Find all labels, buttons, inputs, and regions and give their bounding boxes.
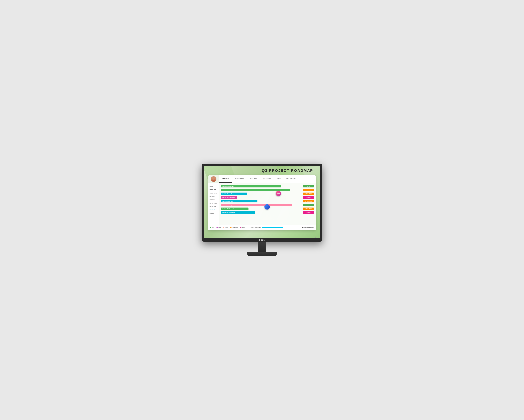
gantt-bar-area-0: Job 72368: Recruiter Sales bbox=[221, 185, 302, 187]
screen: Q3 PROJECT ROADMAP ROAD bbox=[204, 166, 320, 238]
status-badge-3: ON HOLD bbox=[303, 196, 314, 199]
avatar bbox=[211, 176, 217, 182]
support-dot bbox=[223, 227, 224, 228]
gantt-bar-0[interactable]: Job 72368: Recruiter Sales bbox=[221, 185, 281, 187]
sidebar-item-timesheet[interactable]: TIMESHEET bbox=[208, 208, 219, 211]
gantt-row-1: Job 7235: Centennial Contract IN PROGRES… bbox=[221, 189, 314, 192]
sidebar: HOME PROJECTS CALENDARS CLIENTS REPORTS … bbox=[208, 183, 219, 225]
budget-text: Budget: $105,256.69 bbox=[302, 227, 314, 228]
gantt-row-4: Job 25698: Client Intake IN PROGRESS bbox=[221, 200, 314, 203]
screen-dot-2 bbox=[317, 237, 317, 238]
bottom-bar: Inbox Travel Support Notifications bbox=[208, 225, 316, 230]
cost-estimate: Quarter Cost Estimate bbox=[250, 227, 283, 228]
check-bubble: Check bbox=[264, 204, 270, 210]
status-badge-7: ON HOLD bbox=[303, 211, 314, 214]
dell-logo: DELL bbox=[259, 239, 265, 241]
sidebar-item-projects[interactable]: PROJECTS bbox=[208, 188, 219, 192]
legend-support[interactable]: Support bbox=[223, 227, 228, 228]
monitor-wrapper: Q3 PROJECT ROADMAP ROAD bbox=[202, 164, 322, 256]
app-window: ROADMAP PERSONNEL RETAINER SCHEDULE COST… bbox=[208, 175, 316, 230]
legend-inbox[interactable]: Inbox bbox=[210, 227, 215, 228]
settings-dot bbox=[240, 227, 241, 228]
gantt-row-2: Job 33581: Portfolio Review IN PROGRESS bbox=[221, 192, 314, 195]
status-badge-0: DONE bbox=[303, 185, 314, 187]
gantt-bar-1[interactable]: Job 7235: Centennial Contract bbox=[221, 189, 290, 191]
gantt-row-0: Job 72368: Recruiter Sales DONE bbox=[221, 185, 314, 188]
tab-schedule[interactable]: SCHEDULE bbox=[260, 175, 274, 183]
tab-cost[interactable]: COST bbox=[274, 175, 284, 183]
gantt-bar-area-6: Job 88641: CEO Presentation bbox=[221, 208, 302, 210]
sidebar-item-calendars[interactable]: CALENDARS bbox=[208, 192, 219, 195]
cost-bar bbox=[262, 227, 283, 228]
travel-dot bbox=[217, 227, 218, 228]
tab-documents[interactable]: DOCUMENTS bbox=[284, 175, 299, 183]
sidebar-item-invoicing[interactable]: INVOICING bbox=[208, 205, 219, 208]
screen-dots bbox=[315, 237, 318, 238]
legend-notifications[interactable]: Notifications bbox=[230, 227, 238, 228]
sidebar-item-clients[interactable]: CLIENTS bbox=[208, 195, 219, 198]
monitor-outer: Q3 PROJECT ROADMAP ROAD bbox=[202, 164, 322, 242]
gantt-row-3: Job 33581: Website Redesign ON HOLD bbox=[221, 196, 314, 199]
app-body: HOME PROJECTS CALENDARS CLIENTS REPORTS … bbox=[208, 183, 316, 225]
status-badge-4: IN PROGRESS bbox=[303, 200, 314, 202]
gantt-bar-area-2: Job 33581: Portfolio Review bbox=[221, 192, 302, 195]
gantt-row-7: Job 98564: Financial Review ON HOLD bbox=[221, 211, 314, 214]
status-badge-5: DONE bbox=[303, 204, 314, 206]
gantt-bar-4[interactable]: Job 25698: Client Intake bbox=[221, 200, 257, 202]
main-area: Send Check Job 72368: Recruiter Sales bbox=[219, 183, 316, 225]
screen-dot-3 bbox=[318, 237, 318, 238]
sidebar-item-personnel[interactable]: PERSONNEL bbox=[208, 201, 219, 205]
legend-travel[interactable]: Travel bbox=[217, 227, 221, 228]
legend-settings[interactable]: Settings bbox=[240, 227, 245, 228]
page-title: Q3 PROJECT ROADMAP bbox=[262, 168, 313, 173]
status-badge-6: IN PROGRESS bbox=[303, 208, 314, 210]
tabs-nav: ROADMAP PERSONNEL RETAINER SCHEDULE COST… bbox=[219, 175, 316, 183]
screen-indicator-line bbox=[313, 237, 315, 237]
stand-neck bbox=[258, 242, 266, 252]
sidebar-item-logout[interactable]: LOGOUT bbox=[208, 211, 219, 215]
sidebar-item-reports[interactable]: REPORTS bbox=[208, 198, 219, 201]
notifications-dot bbox=[230, 227, 231, 228]
gantt-bar-area-4: Job 25698: Client Intake bbox=[221, 200, 302, 202]
gantt-bar-5[interactable]: Job 4568: Tutorial Pages bbox=[221, 204, 292, 206]
screen-dot-1 bbox=[315, 237, 316, 238]
cost-label: Quarter Cost Estimate bbox=[250, 227, 261, 228]
app-header: ROADMAP PERSONNEL RETAINER SCHEDULE COST… bbox=[208, 175, 316, 183]
gantt-bar-2[interactable]: Job 33581: Portfolio Review bbox=[221, 192, 247, 195]
tab-roadmap[interactable]: ROADMAP bbox=[219, 175, 232, 183]
gantt-bar-7[interactable]: Job 98564: Financial Review bbox=[221, 211, 255, 214]
stand-base bbox=[247, 252, 277, 256]
gantt-bar-area-1: Job 7235: Centennial Contract bbox=[221, 189, 302, 191]
monitor-chin: DELL bbox=[204, 238, 320, 242]
send-bubble: Send bbox=[276, 191, 281, 196]
tab-personnel[interactable]: PERSONNEL bbox=[232, 175, 247, 183]
status-badge-1: IN PROGRESS bbox=[303, 189, 314, 191]
gantt-bar-area-5: Job 4568: Tutorial Pages bbox=[221, 204, 302, 206]
gantt-bar-6[interactable]: Job 88641: CEO Presentation bbox=[221, 208, 248, 210]
gantt-bar-area-3: Job 33581: Website Redesign bbox=[221, 196, 302, 199]
status-badge-2: IN PROGRESS bbox=[303, 192, 314, 195]
inbox-dot bbox=[210, 227, 211, 228]
gantt-bar-3[interactable]: Job 33581: Website Redesign bbox=[221, 196, 237, 199]
avatar-section bbox=[208, 175, 219, 183]
gantt-bar-area-7: Job 98564: Financial Review bbox=[221, 211, 302, 214]
tab-retainer[interactable]: RETAINER bbox=[247, 175, 260, 183]
sidebar-item-home[interactable]: HOME bbox=[208, 185, 219, 188]
